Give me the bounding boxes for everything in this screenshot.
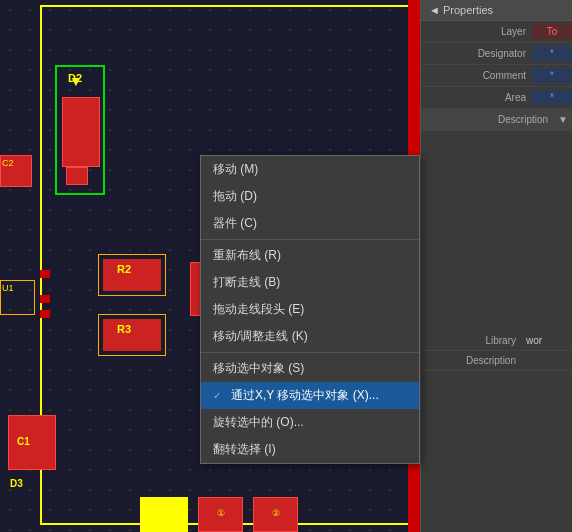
prop-row-designator: Designator * bbox=[421, 43, 572, 65]
u1-label: U1 bbox=[2, 283, 14, 293]
properties-title: ◄ Properties bbox=[421, 0, 572, 21]
c1-label: C1 bbox=[17, 436, 30, 447]
move-xy-label: 通过X,Y 移动选中对象 (X)... bbox=[231, 387, 379, 404]
checkmark-icon: ✓ bbox=[213, 390, 221, 401]
d3-label: D3 bbox=[10, 478, 23, 489]
library-value: wor bbox=[522, 333, 572, 348]
bottom-comp-2: ② bbox=[253, 497, 298, 532]
library-label: Library bbox=[421, 333, 522, 348]
menu-item-move[interactable]: 移动 (M) bbox=[201, 156, 419, 183]
prop-row-layer: Layer To bbox=[421, 21, 572, 43]
component-label: 器件 (C) bbox=[213, 215, 257, 232]
r3-label: R3 bbox=[117, 323, 131, 335]
move-label: 移动 (M) bbox=[213, 161, 258, 178]
description2-value bbox=[522, 359, 572, 363]
properties-extra-space bbox=[421, 131, 572, 331]
menu-item-break-line[interactable]: 打断走线 (B) bbox=[201, 269, 419, 296]
comment-value[interactable]: * bbox=[532, 68, 572, 83]
bottom-comp-1: ① bbox=[198, 497, 243, 532]
d2-label: D2 bbox=[68, 72, 82, 84]
description2-label: Description bbox=[421, 353, 522, 368]
menu-item-drag-segment[interactable]: 拖动走线段头 (E) bbox=[201, 296, 419, 323]
separator-1 bbox=[201, 239, 419, 240]
menu-item-move-adjust[interactable]: 移动/调整走线 (K) bbox=[201, 323, 419, 350]
menu-item-drag[interactable]: 拖动 (D) bbox=[201, 183, 419, 210]
r2-body bbox=[103, 259, 161, 291]
description-toggle[interactable]: ▼ bbox=[554, 112, 572, 127]
menu-item-component[interactable]: 器件 (C) bbox=[201, 210, 419, 237]
r3-body bbox=[103, 319, 161, 351]
comment-label: Comment bbox=[421, 67, 532, 84]
description-header: Description bbox=[421, 111, 554, 128]
pad-left-2 bbox=[40, 295, 50, 303]
pad-left-3 bbox=[40, 310, 50, 318]
break-line-label: 打断走线 (B) bbox=[213, 274, 280, 291]
prop-row-area: Area * bbox=[421, 87, 572, 109]
menu-item-reroute[interactable]: 重新布线 (R) bbox=[201, 242, 419, 269]
reroute-label: 重新布线 (R) bbox=[213, 247, 281, 264]
prop-row-comment: Comment * bbox=[421, 65, 572, 87]
rotate-label: 旋转选中的 (O)... bbox=[213, 414, 304, 431]
prop-row-library: Library wor bbox=[421, 331, 572, 351]
menu-item-rotate[interactable]: 旋转选中的 (O)... bbox=[201, 409, 419, 436]
menu-item-move-xy[interactable]: ✓ 通过X,Y 移动选中对象 (X)... bbox=[201, 382, 419, 409]
move-selection-label: 移动选中对象 (S) bbox=[213, 360, 304, 377]
component-d2[interactable]: ▼ bbox=[55, 65, 105, 195]
c2-label: C2 bbox=[2, 158, 14, 168]
designator-value[interactable]: * bbox=[532, 46, 572, 61]
component-r3[interactable]: R3 bbox=[98, 314, 166, 356]
drag-segment-label: 拖动走线段头 (E) bbox=[213, 301, 304, 318]
d2-pad bbox=[66, 167, 88, 185]
flip-label: 翻转选择 (I) bbox=[213, 441, 276, 458]
move-adjust-label: 移动/调整走线 (K) bbox=[213, 328, 308, 345]
separator-2 bbox=[201, 352, 419, 353]
menu-item-move-selection[interactable]: 移动选中对象 (S) bbox=[201, 355, 419, 382]
drag-label: 拖动 (D) bbox=[213, 188, 257, 205]
layer-value[interactable]: To bbox=[532, 24, 572, 39]
context-menu: 移动 (M) 拖动 (D) 器件 (C) 重新布线 (R) 打断走线 (B) 拖… bbox=[200, 155, 420, 464]
bottom-comp-yellow bbox=[140, 497, 188, 532]
prop-row-description2: Description bbox=[421, 351, 572, 371]
menu-item-flip[interactable]: 翻转选择 (I) bbox=[201, 436, 419, 463]
layer-label: Layer bbox=[421, 23, 532, 40]
component-r2[interactable]: R2 bbox=[98, 254, 166, 296]
pad-left-1 bbox=[40, 270, 50, 278]
area-label: Area bbox=[421, 89, 532, 106]
properties-panel: ◄ Properties Layer To Designator * Comme… bbox=[420, 0, 572, 532]
designator-label: Designator bbox=[421, 45, 532, 62]
component-c1[interactable]: C1 bbox=[8, 415, 56, 470]
r2-label: R2 bbox=[117, 263, 131, 275]
area-value[interactable]: * bbox=[532, 90, 572, 105]
prop-row-description-header: Description ▼ bbox=[421, 109, 572, 131]
